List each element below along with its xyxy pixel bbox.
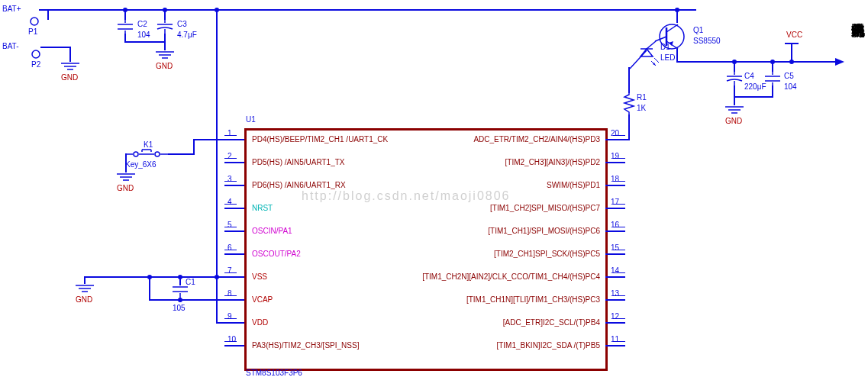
gnd-symbol-1 <box>60 62 81 74</box>
pin-name-20: ADC_ETR/TIM2_CH2/AIN4/(HS)PD3 <box>473 135 600 143</box>
q1-val: SS8550 <box>693 37 721 45</box>
gnd-symbol-5 <box>724 105 745 118</box>
svg-point-1 <box>32 50 40 58</box>
pin-num-19: 19 <box>611 152 619 160</box>
gnd-symbol-3 <box>115 172 137 185</box>
c5-val: 104 <box>784 82 797 91</box>
pin-name-5: OSCIN/PA1 <box>252 227 292 235</box>
pin-num-13: 13 <box>611 289 619 298</box>
gnd-label-5: GND <box>725 117 742 125</box>
pin-num-16: 16 <box>611 221 619 229</box>
gnd-label-4: GND <box>76 295 92 304</box>
k1-ref: K1 <box>144 140 153 149</box>
k1-name: Key_6X6 <box>125 160 156 169</box>
bat-minus-label: BAT- <box>2 42 18 50</box>
connector-p2 <box>30 48 42 60</box>
svg-line-27 <box>654 58 659 63</box>
q1-ref: Q1 <box>693 26 703 34</box>
vcc-label: VCC <box>786 31 802 39</box>
c2-val: 104 <box>137 31 150 39</box>
bat-plus-label: BAT+ <box>2 5 21 13</box>
pin-name-2: PD5(HS) /AIN5/UART1_TX <box>252 158 345 166</box>
gnd-label-2: GND <box>156 62 173 70</box>
ic-part: STM8S103F3P6 <box>246 369 302 377</box>
gnd-label-3: GND <box>117 184 134 192</box>
pin-num-17: 17 <box>611 198 619 206</box>
cap-c2 <box>115 20 136 34</box>
gnd-label-1: GND <box>61 73 78 82</box>
c3-ref: C3 <box>177 20 187 28</box>
pin-num-12: 12 <box>611 312 619 321</box>
transistor-q1 <box>655 20 689 53</box>
p1-ref: P1 <box>28 27 37 36</box>
pin-num-18: 18 <box>611 175 619 183</box>
pin-name-7: VSS <box>252 272 267 281</box>
c4-ref: C4 <box>744 72 754 80</box>
c1-val: 105 <box>173 304 186 312</box>
gnd-symbol-2 <box>154 50 176 63</box>
svg-point-0 <box>31 18 38 25</box>
pin-name-14: [TIM1_CH2N][AIN2]/CLK_CCO/TIM1_CH4/(HS)P… <box>422 272 600 281</box>
pin-num-2: 2 <box>227 152 232 160</box>
pin-name-4: NRST <box>252 204 273 212</box>
res-r1 <box>623 92 635 116</box>
pin-name-9: VDD <box>252 318 268 327</box>
ic-ref: U1 <box>246 115 256 124</box>
pin-name-3: PD6(HS) /AIN6/UART1_RX <box>252 181 346 189</box>
c1-ref: C1 <box>186 278 195 286</box>
cap-c3 <box>154 20 176 34</box>
pin-num-4: 4 <box>227 198 232 206</box>
pin-num-20: 20 <box>611 129 619 137</box>
svg-point-15 <box>155 152 160 156</box>
d1-val: LED <box>660 53 675 62</box>
pin-num-9: 9 <box>227 312 232 321</box>
pin-name-13: [TIM1_CH1N][TLI]/TIM1_CH3/(HS)PC3 <box>466 295 600 304</box>
pin-name-19: [TIM2_CH3][AIN3]/(HS)PD2 <box>505 158 600 166</box>
pin-name-8: VCAP <box>252 295 273 304</box>
pin-num-8: 8 <box>227 289 232 298</box>
connector-p1 <box>28 15 40 27</box>
svg-marker-41 <box>835 58 844 66</box>
pin-num-1: 1 <box>227 129 232 137</box>
pin-name-11: [TIM1_BKIN]I2C_SDA /(T)PB5 <box>496 341 600 350</box>
pin-num-10: 10 <box>227 335 236 343</box>
p2-ref: P2 <box>31 60 40 69</box>
cap-c4 <box>724 72 745 85</box>
c5-ref: C5 <box>784 72 794 80</box>
r1-val: 1K <box>637 104 646 112</box>
pin-name-6: OSCOUT/PA2 <box>252 250 301 258</box>
switch-k1 <box>125 150 168 159</box>
schematic-canvas: http://blog.csdn.net/maoji0806 U1 STM8S1… <box>0 0 868 390</box>
pin-name-1: PD4(HS)/BEEP/TIM2_CH1 /UART1_CK <box>252 135 388 143</box>
pin-num-5: 5 <box>227 221 232 229</box>
pin-num-11: 11 <box>611 335 619 343</box>
vcc-arrow <box>835 56 846 67</box>
pin-num-6: 6 <box>227 243 232 252</box>
pin-name-10: PA3(HS)/TIM2_CH3/[SPI_NSS] <box>252 341 359 350</box>
c2-ref: C2 <box>137 20 147 28</box>
gnd-symbol-4 <box>74 284 95 296</box>
c3-val: 4.7μF <box>177 31 197 39</box>
pin-name-12: [ADC_ETR]I2C_SCL/(T)PB4 <box>503 318 600 327</box>
pin-name-17: [TIM1_CH2]SPI_MISO/(HS)PC7 <box>490 204 600 212</box>
pin-num-14: 14 <box>611 266 619 275</box>
pin-num-15: 15 <box>611 243 619 252</box>
pin-num-7: 7 <box>227 266 232 275</box>
r1-ref: R1 <box>637 93 647 102</box>
cap-c5 <box>762 72 783 85</box>
diode-d1 <box>630 41 657 69</box>
svg-point-10 <box>134 152 138 156</box>
svg-line-21 <box>630 50 647 69</box>
pin-num-3: 3 <box>227 175 232 183</box>
pin-name-15: [TIM2_CH1]SPI_SCK/(HS)PC5 <box>494 250 600 258</box>
pin-name-16: [TIM1_CH1]/SPI_MOSI/(HS)PC6 <box>488 227 600 235</box>
pin-name-18: SWIM/(HS)PD1 <box>547 181 600 189</box>
